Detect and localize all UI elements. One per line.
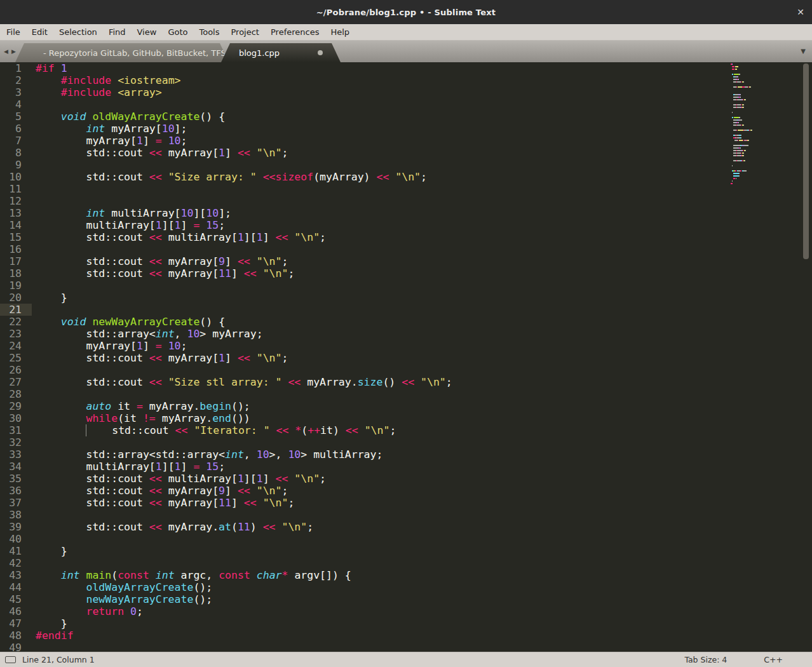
minimap-line[interactable]	[731, 158, 756, 159]
code-line-25[interactable]: 25 std::cout << myArray[1] << "\n";	[0, 352, 812, 364]
line-number[interactable]: 5	[0, 111, 32, 123]
minimap-line[interactable]	[731, 66, 756, 67]
syntax-indicator[interactable]: C++	[764, 655, 783, 664]
code-line-40[interactable]: 40	[0, 533, 812, 545]
minimap-line[interactable]	[731, 76, 756, 77]
code-line-49[interactable]: 49	[0, 642, 812, 652]
line-number[interactable]: 28	[0, 388, 32, 400]
code-line-45[interactable]: 45 newWayArrayCreate();	[0, 593, 812, 605]
minimap-line[interactable]	[731, 81, 756, 83]
close-icon[interactable]: ✕	[797, 8, 804, 17]
line-number[interactable]: 25	[0, 352, 32, 364]
line-number[interactable]: 21	[0, 304, 32, 316]
line-number[interactable]: 34	[0, 461, 32, 473]
line-number[interactable]: 6	[0, 123, 32, 135]
minimap-line[interactable]	[731, 178, 756, 179]
line-number[interactable]: 44	[0, 581, 32, 593]
code-line-37[interactable]: 37 std::cout << myArray[11] << "\n";	[0, 497, 812, 509]
menu-help[interactable]: Help	[325, 24, 355, 40]
line-number[interactable]: 18	[0, 267, 32, 280]
line-number[interactable]: 38	[0, 509, 32, 521]
minimap-line[interactable]	[731, 165, 756, 166]
code-line-34[interactable]: 34 multiArray[1][1] = 15;	[0, 461, 812, 473]
line-number[interactable]: 7	[0, 135, 32, 147]
editor[interactable]: 1#if 12 #include <iostream>3 #include <a…	[0, 62, 812, 652]
code-line-21[interactable]: 21	[0, 304, 812, 316]
code-line-28[interactable]: 28	[0, 388, 812, 400]
code-line-23[interactable]: 23 std::array<int, 10> myArray;	[0, 328, 812, 340]
code-line-47[interactable]: 47 }	[0, 617, 812, 630]
history-forward-icon[interactable]: ▶	[11, 48, 16, 55]
minimap-line[interactable]	[731, 183, 756, 184]
code-line-7[interactable]: 7 myArray[1] = 10;	[0, 135, 812, 147]
code-line-8[interactable]: 8 std::cout << myArray[1] << "\n";	[0, 147, 812, 159]
history-back-icon[interactable]: ◀	[4, 48, 8, 55]
line-number[interactable]: 4	[0, 98, 32, 111]
code-line-11[interactable]: 11	[0, 183, 812, 195]
minimap-line[interactable]	[731, 173, 756, 174]
minimap-line[interactable]	[731, 135, 756, 136]
line-number[interactable]: 32	[0, 436, 32, 448]
line-number[interactable]: 39	[0, 521, 32, 533]
menu-tools[interactable]: Tools	[193, 24, 225, 40]
minimap-line[interactable]	[731, 132, 756, 133]
minimap-line[interactable]	[731, 89, 756, 90]
line-number[interactable]: 46	[0, 605, 32, 617]
minimap-line[interactable]	[731, 147, 756, 149]
line-number[interactable]: 17	[0, 255, 32, 267]
minimap-line[interactable]	[731, 152, 756, 154]
menu-preferences[interactable]: Preferences	[265, 24, 325, 40]
line-number[interactable]: 33	[0, 448, 32, 461]
line-number[interactable]: 20	[0, 292, 32, 304]
minimap-line[interactable]	[731, 127, 756, 128]
line-number[interactable]: 47	[0, 617, 32, 630]
line-number[interactable]: 40	[0, 533, 32, 545]
minimap-line[interactable]	[731, 117, 756, 118]
code-line-24[interactable]: 24 myArray[1] = 10;	[0, 340, 812, 352]
line-number[interactable]: 31	[0, 424, 32, 436]
line-number[interactable]: 2	[0, 74, 32, 86]
code-line-17[interactable]: 17 std::cout << myArray[9] << "\n";	[0, 255, 812, 267]
code-line-2[interactable]: 2 #include <iostream>	[0, 74, 812, 86]
minimap-line[interactable]	[731, 140, 756, 141]
code-line-19[interactable]: 19	[0, 280, 812, 292]
minimap-line[interactable]	[731, 163, 756, 164]
code-line-1[interactable]: 1#if 1	[0, 62, 812, 74]
minimap-line[interactable]	[731, 91, 756, 93]
code-line-30[interactable]: 30 while(it != myArray.end())	[0, 412, 812, 424]
menu-project[interactable]: Project	[225, 24, 264, 40]
minimap-line[interactable]	[731, 64, 756, 65]
line-number[interactable]: 1	[0, 62, 32, 74]
line-number[interactable]: 24	[0, 340, 32, 352]
code-line-15[interactable]: 15 std::cout << multiArray[1][1] << "\n"…	[0, 231, 812, 243]
minimap-line[interactable]	[731, 84, 756, 85]
code-line-26[interactable]: 26	[0, 364, 812, 376]
minimap-line[interactable]	[731, 114, 756, 116]
code-line-31[interactable]: 31 std::cout << "Iterator: " << *(++it) …	[0, 424, 812, 436]
scrollbar-thumb[interactable]	[803, 64, 809, 259]
minimap-line[interactable]	[731, 185, 756, 187]
line-number[interactable]: 48	[0, 630, 32, 642]
minimap-line[interactable]	[731, 150, 756, 151]
minimap-line[interactable]	[731, 119, 756, 121]
line-number[interactable]: 35	[0, 473, 32, 485]
code-line-3[interactable]: 3 #include <array>	[0, 86, 812, 98]
minimap-line[interactable]	[731, 107, 756, 108]
minimap-line[interactable]	[731, 180, 756, 182]
code-line-14[interactable]: 14 multiArray[1][1] = 15;	[0, 219, 812, 231]
minimap-line[interactable]	[731, 104, 756, 105]
line-number[interactable]: 36	[0, 485, 32, 497]
line-number[interactable]: 16	[0, 243, 32, 255]
minimap-line[interactable]	[731, 155, 756, 156]
panel-toggle-icon[interactable]	[5, 656, 16, 663]
minimap-line[interactable]	[731, 74, 756, 75]
line-number[interactable]: 11	[0, 183, 32, 195]
line-number[interactable]: 29	[0, 400, 32, 412]
code-line-39[interactable]: 39 std::cout << myArray.at(11) << "\n";	[0, 521, 812, 533]
code-line-38[interactable]: 38	[0, 509, 812, 521]
menu-selection[interactable]: Selection	[53, 24, 103, 40]
minimap-line[interactable]	[731, 168, 756, 169]
code-line-16[interactable]: 16	[0, 243, 812, 255]
code-line-22[interactable]: 22 void newWayArrayCreate() {	[0, 316, 812, 328]
code-line-4[interactable]: 4	[0, 98, 812, 111]
